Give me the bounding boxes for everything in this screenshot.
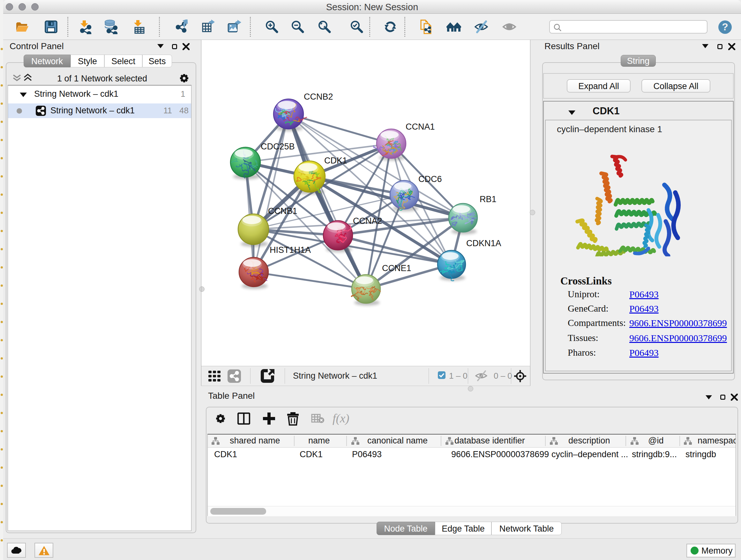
svg-text:description: description	[568, 436, 610, 445]
svg-text:CCNB1: CCNB1	[268, 206, 297, 216]
svg-text:CCNA1: CCNA1	[406, 122, 435, 132]
svg-text:CDK1: CDK1	[324, 156, 347, 165]
svg-text:name: name	[308, 436, 330, 445]
svg-text:HIST1H1A: HIST1H1A	[270, 245, 311, 255]
svg-text:@id: @id	[648, 436, 664, 445]
svg-text:database identifier: database identifier	[455, 436, 525, 445]
svg-text:?: ?	[722, 21, 728, 33]
svg-text:CDC6: CDC6	[418, 174, 442, 184]
svg-text:namespac: namespac	[697, 436, 736, 445]
svg-text:CCNB2: CCNB2	[304, 92, 333, 102]
svg-text:CDC25B: CDC25B	[261, 142, 295, 151]
svg-text:shared name: shared name	[230, 436, 280, 445]
svg-text:RB1: RB1	[480, 194, 496, 204]
svg-text:CCNE1: CCNE1	[382, 263, 411, 273]
svg-text:CCNA2: CCNA2	[353, 216, 382, 226]
svg-text:canonical name: canonical name	[367, 436, 428, 445]
svg-text:CDKN1A: CDKN1A	[466, 239, 501, 248]
